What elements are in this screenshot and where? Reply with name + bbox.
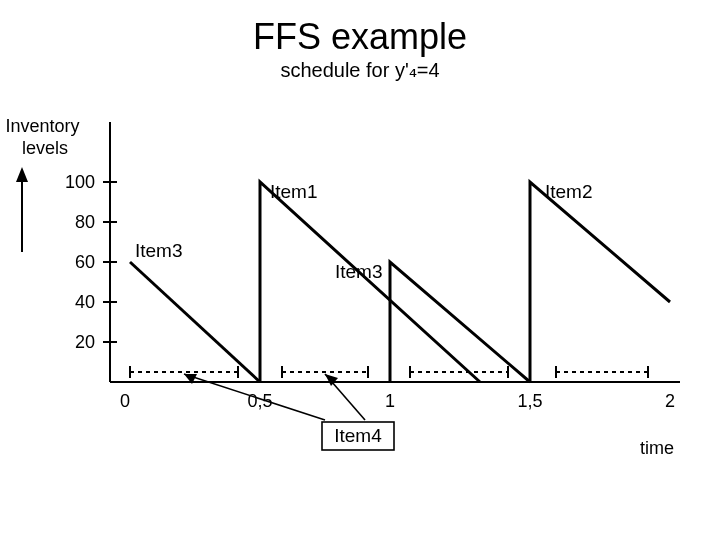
x-tick-1: 1 bbox=[385, 391, 395, 411]
series-item2 bbox=[530, 182, 670, 382]
y-axis-label: Inventory levels bbox=[5, 116, 84, 158]
label-item3b: Item3 bbox=[335, 261, 383, 282]
svg-line-17 bbox=[184, 374, 325, 420]
label-item2: Item2 bbox=[545, 181, 593, 202]
inventory-chart: 20 40 60 80 100 0 0,5 1 1,5 2 Inventory … bbox=[0, 82, 720, 522]
series-lines bbox=[130, 182, 670, 382]
page-subtitle: schedule for y'₄=4 bbox=[0, 58, 720, 82]
x-axis-label: time bbox=[640, 438, 674, 458]
label-item3a: Item3 bbox=[135, 240, 183, 261]
series-item3-first bbox=[130, 262, 260, 382]
y-tick-20: 20 bbox=[75, 332, 95, 352]
label-item1: Item1 bbox=[270, 181, 318, 202]
series-item1 bbox=[260, 182, 480, 382]
svg-marker-20 bbox=[325, 374, 338, 386]
y-tick-60: 60 bbox=[75, 252, 95, 272]
y-axis-arrow-head bbox=[16, 167, 28, 182]
x-tick-1-5: 1,5 bbox=[517, 391, 542, 411]
label-item4: Item4 bbox=[334, 425, 382, 446]
page-title: FFS example bbox=[0, 0, 720, 56]
x-tick-0: 0 bbox=[120, 391, 130, 411]
y-tick-100: 100 bbox=[65, 172, 95, 192]
y-tick-80: 80 bbox=[75, 212, 95, 232]
y-tick-40: 40 bbox=[75, 292, 95, 312]
item4-callout: Item4 bbox=[184, 374, 394, 450]
x-tick-2: 2 bbox=[665, 391, 675, 411]
